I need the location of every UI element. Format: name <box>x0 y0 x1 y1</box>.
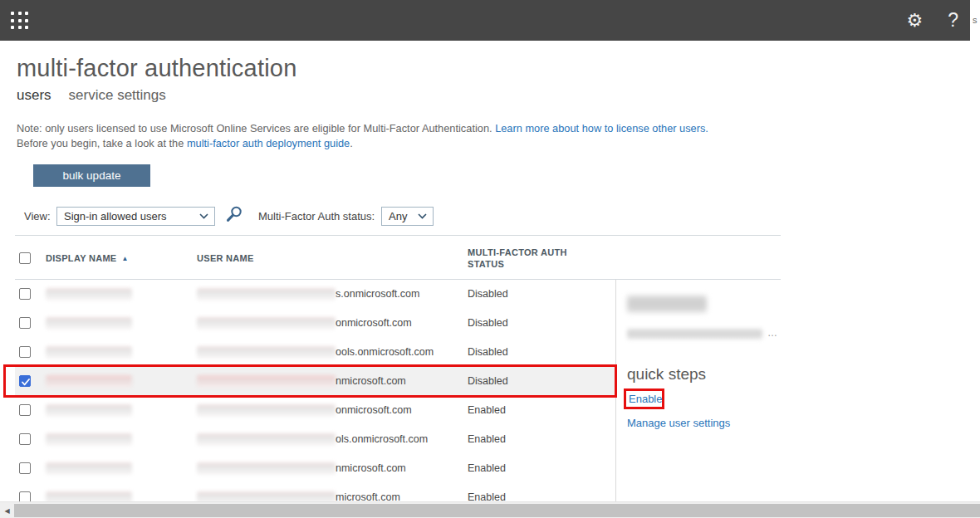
table-row[interactable]: ools.onmicrosoft.com Disabled <box>15 338 615 367</box>
search-icon[interactable] <box>225 205 243 227</box>
display-name-redacted <box>46 317 132 330</box>
user-name-redacted <box>197 317 336 330</box>
user-name-suffix: microsoft.com <box>336 483 400 501</box>
display-name-header-label: DISPLAY NAME <box>46 253 117 263</box>
table-row[interactable]: microsoft.com Enabled <box>15 483 615 501</box>
mfa-status-select-value: Any <box>389 210 407 222</box>
table-row[interactable]: onmicrosoft.com Disabled <box>15 309 615 338</box>
column-header-display-name[interactable]: DISPLAY NAME▲ <box>46 253 129 263</box>
display-name-redacted <box>46 288 132 301</box>
column-header-mfa-status: MULTI-FACTOR AUTH STATUS <box>468 247 571 270</box>
display-name-redacted <box>46 462 132 475</box>
app-launcher-icon[interactable] <box>10 11 30 31</box>
mfa-status-value: Disabled <box>468 367 508 396</box>
display-name-redacted <box>46 433 132 446</box>
note-line2: Before you begin, take a look at the <box>17 137 187 149</box>
row-checkbox[interactable] <box>19 288 31 300</box>
note-line1: Note: only users licensed to use Microso… <box>17 122 495 134</box>
user-name-redacted <box>197 404 336 417</box>
user-name-suffix: onmicrosoft.com <box>336 396 412 425</box>
license-learn-more-link[interactable]: Learn more about how to license other us… <box>495 122 708 134</box>
user-name-redacted <box>197 288 336 301</box>
note-text: Note: only users licensed to use Microso… <box>17 121 708 150</box>
row-checkbox[interactable] <box>19 404 31 416</box>
horizontal-scrollbar[interactable]: ◀ <box>0 501 980 518</box>
mfa-status-value: Enabled <box>468 454 506 483</box>
user-name-suffix: ools.onmicrosoft.com <box>336 338 434 367</box>
help-icon[interactable]: ? <box>948 11 958 30</box>
user-table-body: s.onmicrosoft.com Disabled onmicrosoft.c… <box>15 280 616 501</box>
user-name-redacted <box>197 375 336 388</box>
enable-link[interactable]: Enable <box>629 393 662 405</box>
table-row[interactable]: s.onmicrosoft.com Disabled <box>15 280 615 309</box>
table-row-selected[interactable]: nmicrosoft.com Disabled <box>15 367 615 396</box>
row-checkbox[interactable] <box>19 462 31 474</box>
sort-ascending-icon: ▲ <box>122 255 129 262</box>
settings-gear-icon[interactable]: ⚙ <box>906 12 923 30</box>
user-name-suffix: s.onmicrosoft.com <box>336 280 419 309</box>
scrollbar-thumb[interactable] <box>14 504 980 517</box>
tab-users[interactable]: users <box>17 87 51 104</box>
display-name-redacted <box>46 404 132 417</box>
user-name-suffix: nmicrosoft.com <box>336 367 406 396</box>
user-name-redacted <box>197 462 336 475</box>
selected-user-name-redacted <box>627 296 707 313</box>
user-name-suffix: ols.onmicrosoft.com <box>336 425 428 454</box>
row-checkbox[interactable] <box>19 491 31 501</box>
view-label: View: <box>24 210 51 222</box>
mfa-status-value: Disabled <box>468 338 508 367</box>
quick-steps-heading: quick steps <box>627 365 706 384</box>
table-row[interactable]: nmicrosoft.com Enabled <box>15 454 615 483</box>
topbar-dark-strip: ⚙ ? <box>0 0 970 41</box>
selected-user-email-redacted <box>627 329 762 340</box>
select-all-checkbox[interactable] <box>19 252 31 264</box>
mfa-status-label: Multi-Factor Auth status: <box>258 210 375 222</box>
row-checkbox[interactable] <box>19 317 31 329</box>
page-title: multi-factor authentication <box>17 55 296 82</box>
mfa-status-value: Enabled <box>468 483 506 501</box>
table-row[interactable]: onmicrosoft.com Enabled <box>15 396 615 425</box>
bulk-update-button[interactable]: bulk update <box>33 164 150 187</box>
email-ellipsis: … <box>767 327 777 339</box>
column-header-user-name[interactable]: USER NAME <box>197 253 254 263</box>
mfa-status-value: Disabled <box>468 309 508 338</box>
topbar-clipped-text: s <box>973 15 980 25</box>
view-select[interactable]: Sign-in allowed users <box>56 207 215 226</box>
chevron-down-icon <box>199 213 208 219</box>
user-name-redacted <box>197 433 336 446</box>
row-checkbox[interactable] <box>19 346 31 358</box>
tab-bar: users service settings <box>17 87 166 104</box>
mfa-admin-page: ⚙ ? s multi-factor authentication users … <box>0 0 980 518</box>
topbar-actions: ⚙ ? <box>906 0 958 41</box>
chevron-down-icon <box>418 213 427 219</box>
row-checkbox[interactable] <box>19 433 31 445</box>
mfa-status-select[interactable]: Any <box>381 207 434 226</box>
scrollbar-left-arrow-icon[interactable]: ◀ <box>0 502 14 518</box>
display-name-redacted <box>46 375 132 388</box>
note-line2-period: . <box>350 137 353 149</box>
display-name-redacted <box>46 346 132 359</box>
deployment-guide-link[interactable]: multi-factor auth deployment guide <box>187 137 350 149</box>
topbar: ⚙ ? s <box>0 0 980 41</box>
mfa-status-value: Disabled <box>468 280 508 309</box>
user-name-suffix: nmicrosoft.com <box>336 454 406 483</box>
user-name-redacted <box>197 346 336 359</box>
table-row[interactable]: ols.onmicrosoft.com Enabled <box>15 425 615 454</box>
mfa-status-value: Enabled <box>468 425 506 454</box>
mfa-status-value: Enabled <box>468 396 506 425</box>
user-name-suffix: onmicrosoft.com <box>336 309 412 338</box>
user-name-redacted <box>197 491 336 501</box>
view-select-value: Sign-in allowed users <box>64 210 167 222</box>
display-name-redacted <box>46 491 132 501</box>
tab-service-settings[interactable]: service settings <box>69 87 166 104</box>
manage-user-settings-link[interactable]: Manage user settings <box>627 417 730 429</box>
table-header: DISPLAY NAME▲ USER NAME MULTI-FACTOR AUT… <box>15 235 781 280</box>
row-checkbox-checked[interactable] <box>19 375 31 387</box>
